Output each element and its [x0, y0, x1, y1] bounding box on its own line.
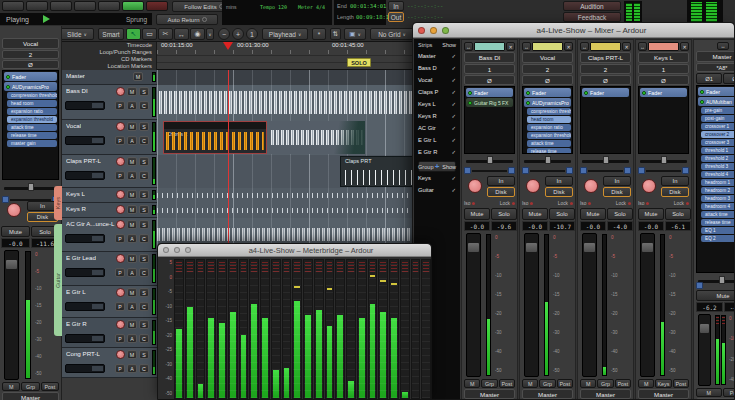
- mute-button[interactable]: Mute: [1, 226, 30, 237]
- gain-display[interactable]: -0.0: [1, 238, 30, 248]
- mute-button[interactable]: Mute: [638, 208, 664, 220]
- track-header-e-gtr-lead[interactable]: E Gtr Lead M S P A C: [62, 252, 157, 286]
- solo-iso-toggle[interactable]: Iso: [464, 201, 475, 206]
- audition-tool-button[interactable]: ◉: [190, 28, 205, 40]
- plugin-processor[interactable]: AUDynamicsPro: [4, 82, 57, 91]
- gain-display[interactable]: -0.0: [464, 221, 490, 231]
- check-icon[interactable]: ✓: [451, 187, 456, 193]
- record-enable-button[interactable]: [584, 179, 598, 193]
- track-header-cong[interactable]: Cong PRT-L M S P A C: [62, 348, 157, 378]
- mute-button[interactable]: M: [127, 122, 137, 131]
- record-enable-button[interactable]: [116, 205, 125, 214]
- strip-footer-button[interactable]: Post: [499, 379, 515, 388]
- track-gain-slider[interactable]: [65, 101, 105, 110]
- playlist-button[interactable]: P: [115, 268, 125, 277]
- controls-button[interactable]: C: [139, 136, 149, 145]
- plugin-parameter[interactable]: attack time: [527, 140, 571, 147]
- group-list-item[interactable]: Keys✓: [414, 172, 460, 184]
- fader-handle[interactable]: [584, 243, 595, 252]
- plugin-parameter[interactable]: headroom 1: [701, 179, 735, 186]
- gain-display[interactable]: -0.0: [522, 221, 548, 231]
- plugin-parameter[interactable]: compression threshold: [527, 108, 571, 115]
- mute-button[interactable]: Mute: [696, 290, 735, 301]
- monitor-input-button[interactable]: In: [603, 176, 631, 186]
- pan-slider[interactable]: [696, 276, 735, 286]
- phase-invert-button[interactable]: Ø: [638, 75, 689, 85]
- pan-slider[interactable]: [522, 156, 573, 166]
- plugin-parameter[interactable]: post-gain: [701, 115, 735, 122]
- record-enable-button[interactable]: [116, 157, 125, 166]
- strip-color-swatch[interactable]: [474, 42, 505, 51]
- grid-mode-dropdown[interactable]: No Grid∨: [370, 28, 414, 40]
- strip-close-button[interactable]: ✕: [622, 42, 631, 51]
- playlist-button[interactable]: P: [115, 234, 125, 243]
- plugin-processor[interactable]: Guitar Rig 5 FX: [466, 98, 513, 107]
- record-enable-button[interactable]: [116, 220, 125, 229]
- strip-input-button[interactable]: 1: [638, 64, 689, 74]
- plugin-parameter[interactable]: attack time: [7, 124, 57, 131]
- track-header-keys-r[interactable]: Keys R M S: [62, 203, 157, 218]
- phase-invert-2-button[interactable]: Ø2: [723, 73, 735, 84]
- track-header-keys-l[interactable]: Keys L M S: [62, 188, 157, 203]
- mute-button[interactable]: M: [127, 190, 137, 199]
- solo-button[interactable]: S: [139, 320, 149, 329]
- controls-button[interactable]: C: [139, 334, 149, 343]
- peak-display[interactable]: -4.0: [607, 221, 633, 231]
- solo-button[interactable]: S: [139, 205, 149, 214]
- mute-button[interactable]: M: [127, 157, 137, 166]
- check-icon[interactable]: ✓: [451, 175, 456, 181]
- solo-button[interactable]: Solo: [549, 208, 575, 220]
- zoom-in-button[interactable]: +: [232, 28, 244, 40]
- plugin-parameter[interactable]: expansion threshold: [527, 132, 571, 139]
- strip-footer-button[interactable]: M: [464, 379, 480, 388]
- slider-handle[interactable]: [487, 156, 493, 164]
- strip-name-button[interactable]: Vocal: [2, 38, 59, 49]
- solo-lock-toggle[interactable]: Lock: [674, 201, 689, 206]
- mute-button[interactable]: M: [127, 220, 137, 229]
- pan-slider[interactable]: [464, 156, 515, 166]
- strip-footer-button[interactable]: Post: [615, 379, 631, 388]
- transport-button-5[interactable]: [98, 1, 120, 11]
- gain-fader[interactable]: [698, 314, 711, 386]
- cut-tool-button[interactable]: ✂: [158, 28, 173, 40]
- strip-footer-button[interactable]: Post: [673, 379, 689, 388]
- solo-button[interactable]: S: [139, 254, 149, 263]
- tool-overflow-chevron[interactable]: ∨: [206, 28, 214, 40]
- playlist-button[interactable]: P: [115, 302, 125, 311]
- strips-list-item[interactable]: Bass D✓: [414, 62, 460, 74]
- minimize-window-button[interactable]: [430, 27, 437, 34]
- ruler-label-loop-punch[interactable]: Loop/Punch Ranges: [62, 49, 156, 56]
- mute-button[interactable]: M: [127, 87, 137, 96]
- transport-button-1[interactable]: [2, 1, 24, 11]
- strip-color-swatch[interactable]: [532, 42, 563, 51]
- phase-invert-button[interactable]: Ø: [2, 60, 59, 69]
- phase-invert-button[interactable]: Ø: [464, 75, 515, 85]
- slider-handle[interactable]: [545, 156, 551, 164]
- strip-close-button[interactable]: ✕: [506, 42, 515, 51]
- group-tab-keys[interactable]: Keys: [54, 186, 62, 220]
- check-icon[interactable]: ✓: [451, 137, 456, 143]
- plugin-parameter[interactable]: pre-gain: [701, 107, 735, 114]
- check-icon[interactable]: ✓: [451, 77, 456, 83]
- strip-footer-button[interactable]: Grp: [597, 379, 613, 388]
- plugin-parameter[interactable]: threshold 1: [701, 147, 735, 154]
- plugin-parameter[interactable]: EQ 2: [701, 235, 735, 242]
- group-list-item[interactable]: Guitar✓: [414, 184, 460, 196]
- fader-processor[interactable]: Fader: [524, 88, 571, 97]
- minimize-window-button[interactable]: [174, 247, 180, 253]
- solo-button[interactable]: Solo: [665, 208, 691, 220]
- strip-footer-button[interactable]: Keys: [655, 379, 671, 388]
- fader-handle[interactable]: [468, 243, 479, 252]
- strip-footer-button[interactable]: Post: [723, 388, 735, 397]
- strip-footer-button[interactable]: M: [638, 379, 654, 388]
- monitor-disk-button[interactable]: Disk: [603, 187, 631, 197]
- fader-handle[interactable]: [526, 243, 537, 252]
- controls-button[interactable]: C: [139, 101, 149, 110]
- check-icon[interactable]: ✓: [451, 53, 456, 59]
- strip-input-button[interactable]: 2: [580, 64, 631, 74]
- fader-processor[interactable]: Fader: [582, 88, 629, 97]
- vocal-region-2[interactable]: [269, 121, 365, 154]
- plugin-parameter[interactable]: headroom 4: [701, 203, 735, 210]
- check-icon[interactable]: ✓: [451, 113, 456, 119]
- strips-list-item[interactable]: Claps P✓: [414, 86, 460, 98]
